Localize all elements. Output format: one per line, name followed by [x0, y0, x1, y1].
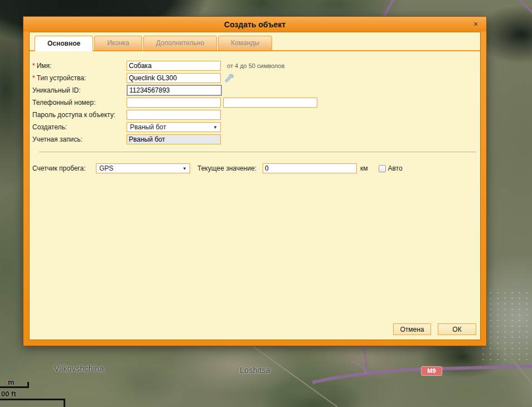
phone-input-1[interactable] [127, 98, 221, 108]
km-unit-label: км [360, 164, 368, 172]
required-asterisk: * [32, 62, 35, 70]
mileage-counter-select-value: GPS [99, 164, 113, 172]
scale-imperial-label: 00 ft [1, 390, 16, 398]
mileage-counter-label: Счетчик пробега: [32, 164, 96, 172]
dialog-titlebar[interactable]: Создать объект × [23, 17, 486, 32]
account-row: Учетная запись: [32, 134, 480, 145]
device-type-row: *Тип устройства: [32, 72, 480, 84]
device-type-input[interactable] [127, 73, 221, 83]
password-label: Пароль доступа к объекту: [32, 111, 127, 119]
scale-metric-line [0, 386, 29, 388]
scale-imperial-tick [64, 399, 65, 407]
auto-checkbox[interactable] [379, 165, 386, 172]
chevron-down-icon: ▼ [213, 125, 217, 130]
auto-checkbox-label: Авто [388, 164, 403, 172]
phone-label: Телефонный номер: [32, 99, 127, 106]
unique-id-input[interactable] [127, 85, 222, 96]
device-type-label-text: Тип устройства: [37, 74, 86, 82]
phone-row: Телефонный номер: [32, 97, 480, 108]
mileage-counter-select[interactable]: GPS ▼ [96, 163, 190, 173]
password-input[interactable] [127, 110, 221, 120]
unique-id-row: Уникальный ID: [32, 85, 480, 96]
main-form: *Имя: от 4 до 50 символов *Тип устройств… [30, 51, 480, 174]
phone-input-2[interactable] [223, 98, 317, 108]
chevron-down-icon: ▼ [182, 166, 187, 171]
creator-label: Создатель: [32, 123, 127, 131]
name-row: *Имя: от 4 до 50 символов [32, 60, 480, 71]
road-badge-m9: M9 [421, 366, 442, 376]
current-value-input[interactable] [263, 163, 357, 173]
name-label: *Имя: [32, 62, 127, 70]
account-field [127, 134, 221, 144]
account-label: Учетная запись: [32, 135, 127, 143]
scale-imperial-line [0, 399, 65, 400]
name-label-text: Имя: [37, 62, 52, 70]
device-type-label: *Тип устройства: [32, 74, 127, 82]
unique-id-label: Уникальный ID: [32, 86, 127, 94]
dialog-body: Основное Иконка Дополнительно Команды *И… [29, 32, 481, 340]
close-icon[interactable]: × [471, 20, 480, 28]
wrench-icon[interactable] [224, 74, 234, 83]
ok-button[interactable]: ОК [438, 323, 476, 335]
name-input[interactable] [127, 61, 221, 71]
scale-metric-tick [27, 382, 29, 388]
tab-main[interactable]: Основное [35, 36, 93, 51]
creator-row: Создатель: Рваный бот ▼ [32, 122, 480, 133]
map-scale-bar: m 00 ft [0, 378, 72, 407]
tab-additional[interactable]: Дополнительно [143, 36, 217, 50]
create-object-dialog: Создать объект × Основное Иконка Дополни… [23, 17, 486, 346]
name-hint: от 4 до 50 символов [227, 62, 284, 69]
current-value-label: Текущее значение: [197, 164, 263, 172]
tab-bar: Основное Иконка Дополнительно Команды [30, 32, 480, 51]
tab-commands[interactable]: Команды [218, 36, 272, 50]
dialog-buttons: Отмена ОК [393, 323, 476, 335]
map-label-loshitsa: Loshitsa [240, 366, 270, 375]
password-row: Пароль доступа к объекту: [32, 109, 480, 120]
cancel-button[interactable]: Отмена [393, 323, 431, 335]
creator-select[interactable]: Рваный бот ▼ [127, 122, 221, 132]
required-asterisk: * [32, 74, 35, 82]
creator-select-value: Рваный бот [130, 123, 166, 131]
dialog-title: Создать объект [224, 20, 286, 29]
mileage-row: Счетчик пробега: GPS ▼ Текущее значение:… [32, 163, 480, 174]
map-label-vilkovshchina: Vilkovshchina [54, 364, 104, 373]
scale-metric-label: m [8, 378, 14, 386]
section-divider [39, 152, 476, 152]
tab-icon[interactable]: Иконка [94, 36, 142, 50]
